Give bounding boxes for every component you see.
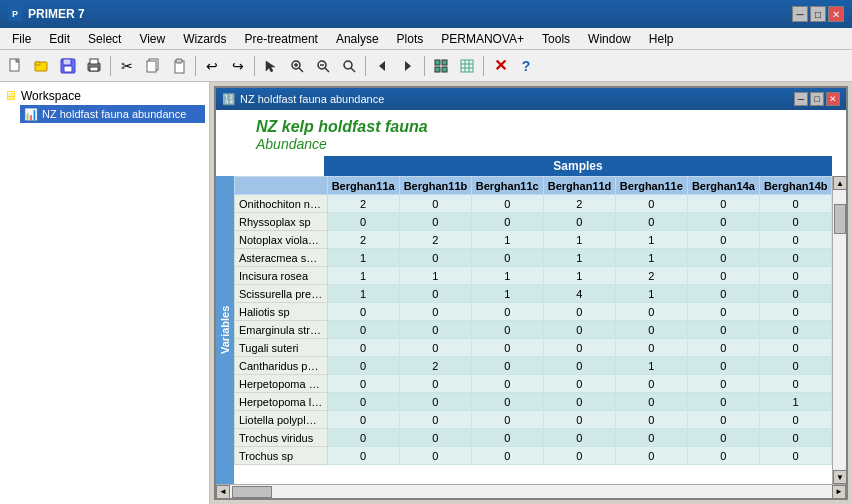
cell-2-2[interactable]: 1 bbox=[471, 231, 543, 249]
minimize-button[interactable]: ─ bbox=[792, 6, 808, 22]
cell-12-2[interactable]: 0 bbox=[471, 411, 543, 429]
menu-permanova[interactable]: PERMANOVA+ bbox=[433, 30, 532, 48]
cell-9-1[interactable]: 2 bbox=[399, 357, 471, 375]
paste-button[interactable] bbox=[167, 54, 191, 78]
cell-11-2[interactable]: 0 bbox=[471, 393, 543, 411]
cell-6-0[interactable]: 0 bbox=[327, 303, 399, 321]
cell-11-6[interactable]: 1 bbox=[759, 393, 831, 411]
prev-button[interactable] bbox=[370, 54, 394, 78]
cell-1-4[interactable]: 0 bbox=[615, 213, 687, 231]
cell-7-1[interactable]: 0 bbox=[399, 321, 471, 339]
cell-2-6[interactable]: 0 bbox=[759, 231, 831, 249]
doc-close-button[interactable]: ✕ bbox=[826, 92, 840, 106]
cell-8-5[interactable]: 0 bbox=[687, 339, 759, 357]
cell-8-1[interactable]: 0 bbox=[399, 339, 471, 357]
cell-3-6[interactable]: 0 bbox=[759, 249, 831, 267]
cell-4-3[interactable]: 1 bbox=[543, 267, 615, 285]
cell-13-0[interactable]: 0 bbox=[327, 429, 399, 447]
zoom-in-button[interactable] bbox=[285, 54, 309, 78]
grid2-button[interactable] bbox=[455, 54, 479, 78]
cell-8-6[interactable]: 0 bbox=[759, 339, 831, 357]
cell-9-0[interactable]: 0 bbox=[327, 357, 399, 375]
cell-12-4[interactable]: 0 bbox=[615, 411, 687, 429]
cell-13-3[interactable]: 0 bbox=[543, 429, 615, 447]
cell-0-3[interactable]: 2 bbox=[543, 195, 615, 213]
cell-7-6[interactable]: 0 bbox=[759, 321, 831, 339]
scroll-left-button[interactable]: ◄ bbox=[216, 485, 230, 499]
cell-10-6[interactable]: 0 bbox=[759, 375, 831, 393]
new-button[interactable] bbox=[4, 54, 28, 78]
cell-7-5[interactable]: 0 bbox=[687, 321, 759, 339]
cell-12-6[interactable]: 0 bbox=[759, 411, 831, 429]
cut-button[interactable]: ✂ bbox=[115, 54, 139, 78]
cell-14-6[interactable]: 0 bbox=[759, 447, 831, 465]
cell-5-2[interactable]: 1 bbox=[471, 285, 543, 303]
cell-0-6[interactable]: 0 bbox=[759, 195, 831, 213]
cell-3-4[interactable]: 1 bbox=[615, 249, 687, 267]
cell-12-5[interactable]: 0 bbox=[687, 411, 759, 429]
sidebar-item-abundance[interactable]: 📊 NZ holdfast fauna abundance bbox=[20, 105, 205, 123]
cell-4-4[interactable]: 2 bbox=[615, 267, 687, 285]
cell-2-3[interactable]: 1 bbox=[543, 231, 615, 249]
cell-7-0[interactable]: 0 bbox=[327, 321, 399, 339]
cell-9-3[interactable]: 0 bbox=[543, 357, 615, 375]
cell-14-4[interactable]: 0 bbox=[615, 447, 687, 465]
cell-12-1[interactable]: 0 bbox=[399, 411, 471, 429]
open-button[interactable] bbox=[30, 54, 54, 78]
cell-1-6[interactable]: 0 bbox=[759, 213, 831, 231]
save-button[interactable] bbox=[56, 54, 80, 78]
copy-button[interactable] bbox=[141, 54, 165, 78]
cell-1-2[interactable]: 0 bbox=[471, 213, 543, 231]
cell-4-1[interactable]: 1 bbox=[399, 267, 471, 285]
cell-9-4[interactable]: 1 bbox=[615, 357, 687, 375]
cell-9-5[interactable]: 0 bbox=[687, 357, 759, 375]
cell-13-1[interactable]: 0 bbox=[399, 429, 471, 447]
cell-8-4[interactable]: 0 bbox=[615, 339, 687, 357]
redo-button[interactable]: ↪ bbox=[226, 54, 250, 78]
menu-select[interactable]: Select bbox=[80, 30, 129, 48]
scroll-down-button[interactable]: ▼ bbox=[833, 470, 846, 484]
cell-3-3[interactable]: 1 bbox=[543, 249, 615, 267]
cell-11-4[interactable]: 0 bbox=[615, 393, 687, 411]
cell-3-2[interactable]: 0 bbox=[471, 249, 543, 267]
scroll-thumb-h[interactable] bbox=[232, 486, 272, 498]
cell-13-4[interactable]: 0 bbox=[615, 429, 687, 447]
cell-3-1[interactable]: 0 bbox=[399, 249, 471, 267]
cell-6-5[interactable]: 0 bbox=[687, 303, 759, 321]
cell-14-3[interactable]: 0 bbox=[543, 447, 615, 465]
scroll-thumb-v[interactable] bbox=[834, 204, 846, 234]
print-button[interactable] bbox=[82, 54, 106, 78]
cell-12-0[interactable]: 0 bbox=[327, 411, 399, 429]
vertical-scrollbar[interactable]: ▲ ▼ bbox=[832, 176, 846, 484]
menu-view[interactable]: View bbox=[131, 30, 173, 48]
menu-plots[interactable]: Plots bbox=[389, 30, 432, 48]
cell-9-2[interactable]: 0 bbox=[471, 357, 543, 375]
cell-4-5[interactable]: 0 bbox=[687, 267, 759, 285]
cell-8-0[interactable]: 0 bbox=[327, 339, 399, 357]
undo-button[interactable]: ↩ bbox=[200, 54, 224, 78]
next-button[interactable] bbox=[396, 54, 420, 78]
cell-8-2[interactable]: 0 bbox=[471, 339, 543, 357]
grid1-button[interactable] bbox=[429, 54, 453, 78]
cell-0-4[interactable]: 0 bbox=[615, 195, 687, 213]
workspace-item[interactable]: 🖥 Workspace bbox=[4, 86, 205, 105]
cell-13-6[interactable]: 0 bbox=[759, 429, 831, 447]
cell-10-2[interactable]: 0 bbox=[471, 375, 543, 393]
cell-10-3[interactable]: 0 bbox=[543, 375, 615, 393]
cell-10-4[interactable]: 0 bbox=[615, 375, 687, 393]
cell-2-1[interactable]: 2 bbox=[399, 231, 471, 249]
cell-8-3[interactable]: 0 bbox=[543, 339, 615, 357]
cell-2-5[interactable]: 0 bbox=[687, 231, 759, 249]
cell-1-5[interactable]: 0 bbox=[687, 213, 759, 231]
cell-7-3[interactable]: 0 bbox=[543, 321, 615, 339]
cell-10-1[interactable]: 0 bbox=[399, 375, 471, 393]
cell-1-1[interactable]: 0 bbox=[399, 213, 471, 231]
scroll-right-button[interactable]: ► bbox=[832, 485, 846, 499]
cell-5-4[interactable]: 1 bbox=[615, 285, 687, 303]
cell-5-0[interactable]: 1 bbox=[327, 285, 399, 303]
cell-6-4[interactable]: 0 bbox=[615, 303, 687, 321]
cell-9-6[interactable]: 0 bbox=[759, 357, 831, 375]
cell-5-6[interactable]: 0 bbox=[759, 285, 831, 303]
cell-10-5[interactable]: 0 bbox=[687, 375, 759, 393]
cell-13-5[interactable]: 0 bbox=[687, 429, 759, 447]
